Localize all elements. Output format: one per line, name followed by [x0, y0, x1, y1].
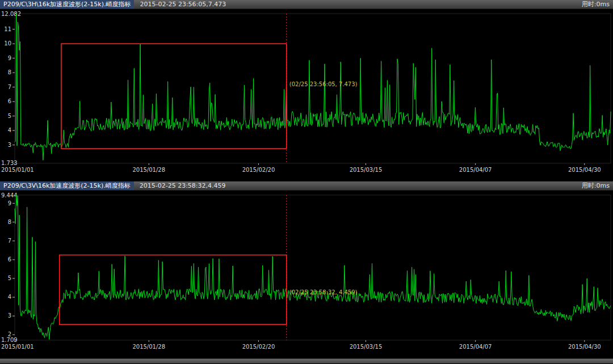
chart2-elapsed-label: 用时:0ms [582, 181, 610, 190]
y-axis-label: 3 [8, 142, 11, 148]
y-axis-label: 7 [8, 84, 11, 90]
x-axis-label: 2015/03/15 [350, 344, 383, 350]
selection-box[interactable] [61, 44, 287, 149]
series-line [15, 195, 611, 340]
bottom-scrollbar[interactable] [0, 358, 613, 363]
y-axis-label: 11 [4, 26, 11, 32]
x-axis-label: 2015/04/30 [568, 167, 601, 173]
y-axis-label: 3 [8, 312, 11, 319]
y-axis-label: 6 [8, 256, 11, 263]
cursor-annotation: (02/25 23:56:05, 7.473) [289, 81, 358, 87]
x-axis-label: 2015/04/07 [459, 344, 492, 350]
chart1-header: P209/C\3H\16k加速度波形(2-15k).峭度指标 2015-02-2… [0, 0, 613, 9]
y-axis-max-label: 12.082 [1, 11, 21, 17]
chart1-cursor-timestamp: 2015-02-25 23:56:05,7.473 [140, 0, 226, 9]
y-axis-max-label: 9.444 [1, 192, 18, 198]
y-axis-label: 7 [8, 238, 11, 244]
plot-border [15, 14, 611, 163]
x-axis-label: 2015/01/01 [1, 167, 34, 173]
x-axis-label: 2015/01/01 [1, 344, 34, 350]
plot-border [15, 195, 611, 340]
x-axis-label: 2015/04/30 [568, 344, 601, 350]
y-axis-label: 9 [8, 200, 11, 206]
y-axis-label: 6 [8, 98, 11, 104]
x-axis-label: 2015/02/20 [242, 344, 275, 350]
x-axis-label: 2015/02/20 [242, 167, 275, 173]
y-axis-label: 9 [8, 55, 11, 61]
y-axis-label: 5 [8, 275, 11, 281]
vibration-monitoring-app: P209/C\3H\16k加速度波形(2-15k).峭度指标 2015-02-2… [0, 0, 613, 364]
y-axis-label: 8 [8, 219, 11, 225]
chart2-cursor-timestamp: 2015-02-25 23:58:32,4.459 [140, 181, 226, 190]
y-axis-label: 4 [8, 294, 11, 300]
chart2-title[interactable]: P209/C\3V\16k加速度波形(2-15k).峭度指标 [0, 181, 134, 190]
chart2-header: P209/C\3V\16k加速度波形(2-15k).峭度指标 2015-02-2… [0, 181, 613, 191]
y-axis-label: 4 [8, 127, 11, 133]
chart1-elapsed-label: 用时:0ms [582, 0, 610, 9]
x-axis-label: 2015/03/15 [350, 167, 383, 173]
x-axis-label: 2015/01/28 [132, 167, 165, 173]
chart1-canvas[interactable]: 3456789101112.0821.7332015/01/012015/01/… [0, 9, 613, 181]
selection-box[interactable] [60, 255, 287, 324]
chart2-canvas[interactable]: 234567899.4441.7092015/01/012015/01/2820… [0, 191, 613, 358]
y-axis-label: 10 [4, 40, 11, 46]
chart1-title[interactable]: P209/C\3H\16k加速度波形(2-15k).峭度指标 [0, 0, 134, 9]
y-axis-label: 8 [8, 69, 11, 75]
y-axis-min-label: 1.709 [1, 337, 18, 343]
cursor-annotation: (02/25 23:58:32, 4.459) [289, 289, 358, 295]
x-axis-label: 2015/01/28 [132, 344, 165, 350]
y-axis-label: 5 [8, 113, 11, 119]
y-axis-min-label: 1.733 [1, 160, 18, 166]
x-axis-label: 2015/04/07 [459, 167, 492, 173]
